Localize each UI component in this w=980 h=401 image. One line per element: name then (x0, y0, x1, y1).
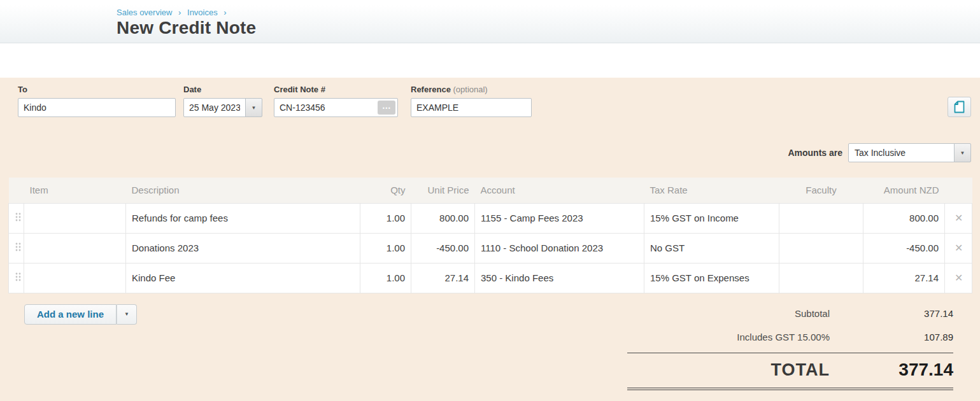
qty-cell[interactable]: 1.00 (360, 203, 411, 233)
breadcrumb-separator: › (224, 8, 226, 17)
totals-section: Subtotal 377.14 Includes GST 15.00% 107.… (627, 304, 953, 390)
item-cell[interactable] (24, 233, 126, 263)
unit-price-cell[interactable]: -450.00 (411, 233, 475, 263)
date-input[interactable] (183, 98, 246, 117)
subtotal-value: 377.14 (830, 308, 953, 319)
table-row: Donations 2023 1.00 -450.00 1110 - Schoo… (9, 233, 972, 263)
amount-cell[interactable]: -450.00 (863, 233, 945, 263)
faculty-cell[interactable] (779, 203, 863, 233)
remove-column-header (945, 178, 972, 203)
faculty-cell[interactable] (779, 233, 863, 263)
column-header-account: Account (475, 178, 644, 203)
add-new-line-dropdown-button[interactable]: ▼ (117, 304, 137, 325)
credit-note-number-options-button[interactable]: ⋯ (378, 101, 395, 115)
drag-handle[interactable] (9, 203, 24, 233)
document-fields-row: To Date ▼ Credit Note # ⋯ Reference (opt… (0, 85, 980, 117)
reference-input[interactable] (411, 98, 532, 117)
breadcrumb-link-sales-overview[interactable]: Sales overview (117, 8, 172, 17)
qty-cell[interactable]: 1.00 (360, 233, 411, 263)
drag-grip-icon (15, 272, 21, 281)
drag-grip-icon (15, 243, 21, 251)
gst-row: Includes GST 15.00% 107.89 (627, 332, 953, 342)
item-cell[interactable] (24, 203, 126, 233)
description-cell[interactable]: Kindo Fee (126, 263, 360, 293)
description-cell[interactable]: Donations 2023 (126, 233, 360, 263)
reference-label: Reference (optional) (411, 85, 532, 94)
total-value: 377.14 (830, 360, 953, 380)
account-cell[interactable]: 1155 - Camp Fees 2023 (475, 203, 644, 233)
faculty-cell[interactable] (779, 263, 863, 293)
ellipsis-icon: ⋯ (382, 102, 391, 113)
to-label: To (18, 85, 176, 94)
attach-file-button[interactable] (948, 97, 971, 117)
table-footer-row: Add a new line ▼ Subtotal 377.14 Include… (0, 304, 980, 390)
page-header: Sales overview › Invoices › New Credit N… (0, 5, 980, 43)
total-row: TOTAL 377.14 (627, 353, 953, 390)
breadcrumb-link-invoices[interactable]: Invoices (187, 8, 218, 17)
description-cell[interactable]: Refunds for camp fees (126, 203, 360, 233)
date-field: Date ▼ (183, 85, 262, 117)
column-header-item: Item (24, 178, 126, 203)
gst-value: 107.89 (830, 332, 953, 342)
add-new-line-button[interactable]: Add a new line (24, 304, 117, 325)
tax-rate-cell[interactable]: No GST (644, 233, 779, 263)
column-header-amount: Amount NZD (863, 178, 945, 203)
breadcrumb-separator: › (178, 8, 181, 17)
credit-note-number-field: Credit Note # ⋯ (274, 85, 398, 117)
amounts-are-row: Amounts are Tax Inclusive ▼ (0, 143, 980, 162)
remove-line-button[interactable]: ✕ (951, 271, 967, 285)
close-icon: ✕ (955, 272, 963, 283)
column-header-tax-rate: Tax Rate (644, 178, 779, 203)
amounts-are-label: Amounts are (788, 148, 842, 158)
add-line-split-button: Add a new line ▼ (24, 304, 137, 325)
tax-rate-cell[interactable]: 15% GST on Expenses (644, 263, 779, 293)
page-title: New Credit Note (117, 18, 980, 38)
column-header-description: Description (126, 178, 360, 203)
column-header-qty: Qty (360, 178, 411, 203)
amounts-are-select[interactable]: Tax Inclusive (848, 143, 955, 162)
drag-grip-icon (15, 213, 21, 222)
subtotal-row: Subtotal 377.14 (627, 308, 953, 319)
qty-cell[interactable]: 1.00 (360, 263, 411, 293)
item-cell[interactable] (24, 263, 126, 293)
chevron-down-icon: ▼ (960, 150, 965, 156)
table-row: Refunds for camp fees 1.00 800.00 1155 -… (9, 203, 972, 233)
drag-handle[interactable] (9, 233, 24, 263)
chevron-down-icon: ▼ (124, 311, 129, 317)
gst-label: Includes GST 15.00% (627, 332, 830, 342)
breadcrumb: Sales overview › Invoices › (117, 5, 980, 17)
amount-cell[interactable]: 800.00 (863, 203, 945, 233)
date-dropdown-button[interactable]: ▼ (245, 98, 262, 117)
total-label: TOTAL (627, 360, 830, 380)
remove-line-button[interactable]: ✕ (951, 241, 967, 255)
table-row: Kindo Fee 1.00 27.14 350 - Kindo Fees 15… (9, 263, 972, 293)
line-items-table: Item Description Qty Unit Price Account … (8, 178, 972, 293)
date-label: Date (183, 85, 262, 94)
amount-cell[interactable]: 27.14 (863, 263, 945, 293)
chevron-down-icon: ▼ (252, 105, 257, 111)
to-input[interactable] (18, 98, 176, 117)
credit-note-form-panel: To Date ▼ Credit Note # ⋯ Reference (opt… (0, 78, 980, 401)
drag-handle[interactable] (9, 263, 24, 293)
remove-line-button[interactable]: ✕ (951, 211, 967, 225)
subtotal-label: Subtotal (627, 308, 830, 319)
unit-price-cell[interactable]: 27.14 (411, 263, 475, 293)
close-icon: ✕ (955, 213, 963, 223)
unit-price-cell[interactable]: 800.00 (411, 203, 475, 233)
close-icon: ✕ (955, 243, 963, 253)
account-cell[interactable]: 1110 - School Donation 2023 (475, 233, 644, 263)
table-header-row: Item Description Qty Unit Price Account … (9, 178, 972, 203)
amounts-are-dropdown-button[interactable]: ▼ (954, 143, 971, 162)
reference-optional-hint: (optional) (453, 85, 488, 94)
document-icon (954, 101, 965, 113)
drag-column-header (9, 178, 24, 203)
reference-field: Reference (optional) (411, 85, 532, 117)
column-header-unit-price: Unit Price (411, 178, 475, 203)
column-header-faculty: Faculty (779, 178, 863, 203)
tax-rate-cell[interactable]: 15% GST on Income (644, 203, 779, 233)
to-field: To (18, 85, 176, 117)
credit-note-number-label: Credit Note # (274, 85, 398, 94)
account-cell[interactable]: 350 - Kindo Fees (475, 263, 644, 293)
